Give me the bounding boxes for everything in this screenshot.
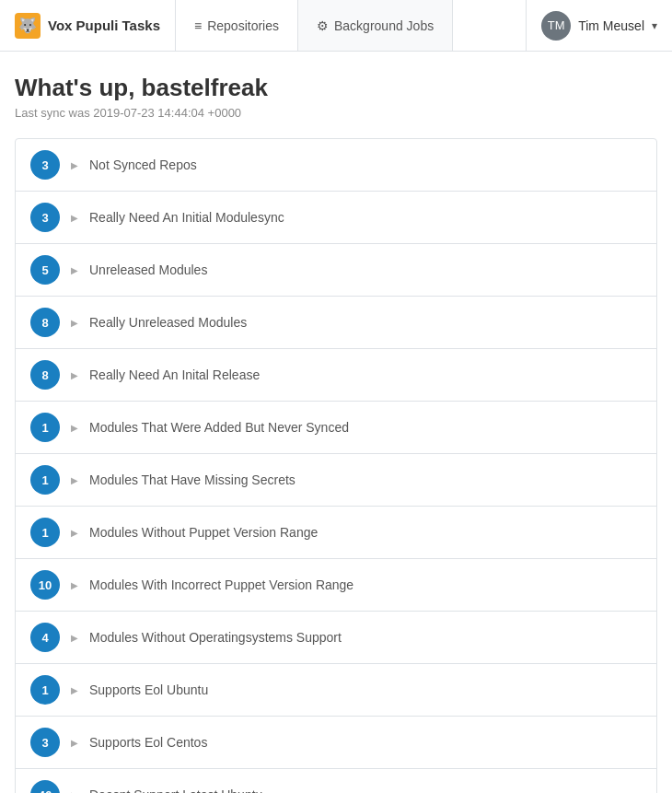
- list-item[interactable]: 5 ▶ Unreleased Modules: [16, 244, 656, 297]
- chevron-right-icon: ▶: [71, 423, 78, 433]
- page-subtitle: Last sync was 2019-07-23 14:44:04 +0000: [15, 106, 657, 120]
- item-count-badge: 46: [30, 780, 60, 793]
- navbar: 🐺 Vox Pupuli Tasks Repositories Backgrou…: [0, 0, 672, 52]
- brand-logo: 🐺: [15, 13, 41, 39]
- chevron-right-icon: ▶: [71, 160, 78, 170]
- logo-icon: 🐺: [18, 17, 37, 34]
- chevron-right-icon: ▶: [71, 580, 78, 590]
- user-chevron-down-icon: ▾: [652, 19, 657, 32]
- chevron-right-icon: ▶: [71, 265, 78, 275]
- gear-icon: [317, 18, 329, 33]
- user-name: Tim Meusel: [578, 18, 644, 33]
- item-count-badge: 5: [30, 255, 60, 285]
- item-label: Unreleased Modules: [89, 262, 207, 277]
- item-label: Doesnt Support Latest Ubuntu: [89, 787, 262, 793]
- avatar: TM: [541, 11, 571, 41]
- list-item[interactable]: 8 ▶ Really Need An Inital Release: [16, 349, 656, 402]
- item-count-badge: 1: [30, 465, 60, 495]
- list-item[interactable]: 46 ▶ Doesnt Support Latest Ubuntu: [16, 769, 656, 793]
- dashboard-list: 3 ▶ Not Synced Repos 3 ▶ Really Need An …: [15, 138, 657, 793]
- item-count-badge: 10: [30, 570, 60, 600]
- item-count-badge: 4: [30, 623, 60, 652]
- chevron-right-icon: ▶: [71, 633, 78, 643]
- chevron-right-icon: ▶: [71, 790, 78, 794]
- item-count-badge: 3: [30, 728, 60, 757]
- list-item[interactable]: 3 ▶ Supports Eol Centos: [16, 717, 656, 769]
- list-icon: [194, 18, 202, 33]
- item-count-badge: 3: [30, 150, 60, 180]
- item-count-badge: 8: [30, 308, 60, 337]
- navbar-brand[interactable]: 🐺 Vox Pupuli Tasks: [0, 0, 176, 51]
- list-item[interactable]: 4 ▶ Modules Without Operatingsystems Sup…: [16, 612, 656, 664]
- item-count-badge: 3: [30, 203, 60, 232]
- item-label: Supports Eol Centos: [89, 735, 207, 750]
- item-label: Not Synced Repos: [89, 157, 197, 172]
- brand-label: Vox Pupuli Tasks: [48, 17, 160, 33]
- item-label: Really Unreleased Modules: [89, 315, 247, 330]
- chevron-right-icon: ▶: [71, 318, 78, 328]
- chevron-right-icon: ▶: [71, 213, 78, 223]
- navbar-link-repositories[interactable]: Repositories: [176, 0, 298, 51]
- item-count-badge: 1: [30, 413, 60, 442]
- list-item[interactable]: 1 ▶ Supports Eol Ubuntu: [16, 664, 656, 717]
- chevron-right-icon: ▶: [71, 475, 78, 485]
- list-item[interactable]: 3 ▶ Really Need An Initial Modulesync: [16, 192, 656, 244]
- item-label: Really Need An Inital Release: [89, 367, 260, 382]
- item-label: Modules Without Operatingsystems Support: [89, 630, 342, 645]
- chevron-right-icon: ▶: [71, 370, 78, 380]
- chevron-right-icon: ▶: [71, 528, 78, 538]
- item-count-badge: 1: [30, 675, 60, 705]
- background-jobs-label: Background Jobs: [334, 18, 434, 33]
- item-label: Really Need An Initial Modulesync: [89, 210, 284, 225]
- item-label: Supports Eol Ubuntu: [89, 682, 208, 697]
- chevron-right-icon: ▶: [71, 738, 78, 748]
- repositories-label: Repositories: [207, 18, 279, 33]
- list-item[interactable]: 8 ▶ Really Unreleased Modules: [16, 297, 656, 349]
- item-label: Modules That Were Added But Never Synced: [89, 420, 349, 435]
- item-count-badge: 8: [30, 360, 60, 390]
- navbar-links: Repositories Background Jobs: [176, 0, 453, 51]
- item-label: Modules Without Puppet Version Range: [89, 525, 318, 540]
- user-menu[interactable]: TM Tim Meusel ▾: [526, 0, 672, 51]
- list-item[interactable]: 3 ▶ Not Synced Repos: [16, 139, 656, 192]
- list-item[interactable]: 10 ▶ Modules With Incorrect Puppet Versi…: [16, 559, 656, 612]
- list-item[interactable]: 1 ▶ Modules That Have Missing Secrets: [16, 454, 656, 507]
- avatar-initials: TM: [548, 18, 565, 32]
- item-label: Modules With Incorrect Puppet Version Ra…: [89, 577, 353, 592]
- chevron-right-icon: ▶: [71, 685, 78, 695]
- navbar-link-background-jobs[interactable]: Background Jobs: [298, 0, 453, 51]
- item-label: Modules That Have Missing Secrets: [89, 472, 295, 487]
- main-content: What's up, bastelfreak Last sync was 201…: [0, 52, 672, 793]
- list-item[interactable]: 1 ▶ Modules That Were Added But Never Sy…: [16, 402, 656, 454]
- page-title: What's up, bastelfreak: [15, 74, 657, 102]
- list-item[interactable]: 1 ▶ Modules Without Puppet Version Range: [16, 507, 656, 559]
- item-count-badge: 1: [30, 518, 60, 547]
